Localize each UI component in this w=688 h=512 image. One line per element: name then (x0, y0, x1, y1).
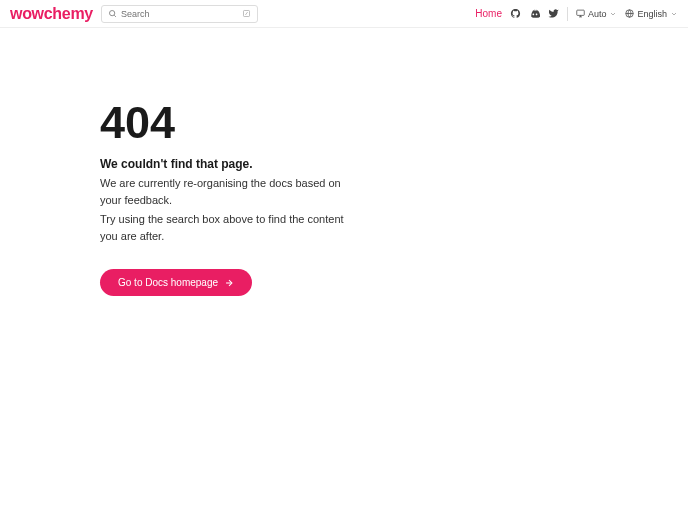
svg-line-1 (114, 15, 116, 17)
error-paragraph: Try using the search box above to find t… (100, 211, 350, 245)
navbar: wowchemy Home Auto (0, 0, 688, 28)
globe-icon (625, 9, 634, 18)
chevron-down-icon (609, 10, 617, 18)
nav-link-home[interactable]: Home (475, 8, 502, 19)
svg-point-0 (109, 11, 114, 16)
svg-rect-3 (577, 10, 585, 15)
nav-right: Home Auto English (475, 7, 678, 21)
language-dropdown[interactable]: English (625, 9, 678, 19)
theme-label: Auto (588, 9, 607, 19)
error-paragraph: We are currently re-organising the docs … (100, 175, 350, 209)
theme-dropdown[interactable]: Auto (576, 9, 618, 19)
language-label: English (637, 9, 667, 19)
arrow-right-icon (224, 278, 234, 288)
search-input[interactable] (121, 9, 242, 19)
error-code: 404 (100, 100, 360, 145)
logo[interactable]: wowchemy (10, 5, 93, 23)
error-text: We are currently re-organising the docs … (100, 175, 350, 245)
search-box[interactable] (101, 5, 258, 23)
content: 404 We couldn't find that page. We are c… (0, 28, 360, 296)
search-shortcut-icon (242, 9, 251, 18)
search-icon (108, 9, 117, 18)
error-title: We couldn't find that page. (100, 157, 360, 171)
docs-homepage-button[interactable]: Go to Docs homepage (100, 269, 252, 296)
github-icon[interactable] (510, 8, 521, 19)
cta-label: Go to Docs homepage (118, 277, 218, 288)
twitter-icon[interactable] (548, 8, 559, 19)
chevron-down-icon (670, 10, 678, 18)
discord-icon[interactable] (529, 8, 540, 19)
divider (567, 7, 568, 21)
display-icon (576, 9, 585, 18)
